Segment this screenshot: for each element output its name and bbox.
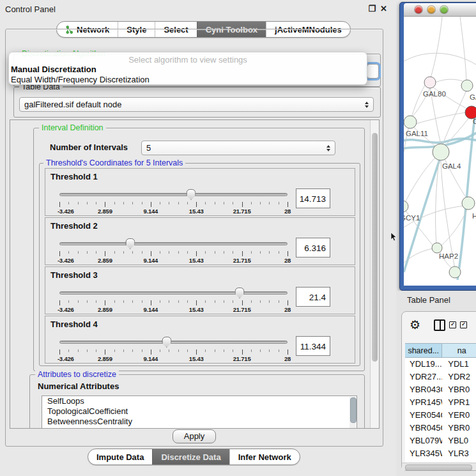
cell-shared-name[interactable]: YLR345W xyxy=(405,447,442,460)
cell-shared-name[interactable]: YBR045C xyxy=(405,422,442,434)
network-edge[interactable] xyxy=(460,17,466,81)
network-edge[interactable] xyxy=(404,157,436,205)
slider-track[interactable] xyxy=(59,242,288,245)
threshold-label: Threshold 2 xyxy=(50,221,98,231)
table-row[interactable]: YBL079WYBL0 xyxy=(405,434,476,447)
network-canvas[interactable]: GAL80GACGAL11GAL4HGCY1HAP2 xyxy=(404,17,476,286)
vertical-scrollbar[interactable] xyxy=(370,120,379,428)
network-view-window[interactable]: GAL80GACGAL11GAL4HGCY1HAP2 xyxy=(399,2,476,291)
network-node[interactable] xyxy=(465,106,476,119)
network-node[interactable] xyxy=(404,116,417,128)
tick-mark xyxy=(68,251,69,254)
table-row[interactable]: YER054CYER0 xyxy=(405,409,476,422)
table-panel: Table Panel ⚙ ✓ ✓ shared... na YDL19...Y… xyxy=(396,291,476,476)
threshold-value-field[interactable]: 11.344 xyxy=(296,336,330,356)
network-edge[interactable] xyxy=(415,112,466,124)
attributes-listbox[interactable]: SelfLoopsTopologicalCoefficientBetweenne… xyxy=(42,395,357,429)
cell-name[interactable]: YBR0 xyxy=(442,383,476,396)
column-header-shared-name[interactable]: shared... xyxy=(405,344,442,357)
network-edge[interactable] xyxy=(443,91,466,144)
cell-shared-name[interactable]: YPR145W xyxy=(405,396,442,409)
network-node[interactable] xyxy=(433,144,449,160)
network-window-titlebar[interactable] xyxy=(404,3,476,17)
dropdown-option-manual-discretization[interactable]: Manual Discretization xyxy=(9,65,367,75)
slider-track[interactable] xyxy=(59,193,288,196)
threshold-slider[interactable]: -3.4262.8599.14415.4321.71528 xyxy=(59,238,288,264)
network-node[interactable] xyxy=(462,197,475,210)
select-all-checkbox-icon[interactable]: ✓ xyxy=(449,321,456,328)
tick-mark xyxy=(205,251,206,254)
tick-mark xyxy=(224,349,224,352)
network-edge[interactable] xyxy=(431,17,442,78)
dropdown-option-equal-width-frequency-discretization[interactable]: Equal Width/Frequency Discretization xyxy=(9,75,367,85)
float-window-icon[interactable]: ❐ xyxy=(368,4,376,13)
threshold-value-field[interactable]: 14.713 xyxy=(296,188,330,208)
network-node[interactable] xyxy=(432,243,442,253)
tick-mark xyxy=(123,251,124,254)
close-traffic-light-icon[interactable] xyxy=(415,6,422,13)
attribute-item-betweennesscentrality[interactable]: BetweennessCentrality xyxy=(42,417,357,427)
zoom-traffic-light-icon[interactable] xyxy=(440,6,448,13)
threshold-slider[interactable]: -3.4262.8599.14415.4321.71528 xyxy=(59,288,288,313)
threshold-slider[interactable]: -3.4262.8599.14415.4321.71528 xyxy=(59,337,288,362)
tab-discretize-data[interactable]: Discretize Data xyxy=(152,449,229,464)
split-columns-icon[interactable] xyxy=(434,319,445,331)
threshold-value-field[interactable]: 21.4 xyxy=(296,287,330,307)
attribute-item-topologicalcoefficient[interactable]: TopologicalCoefficient xyxy=(42,406,357,417)
horizontal-scrollbar[interactable] xyxy=(402,463,476,470)
list-scrollbar[interactable] xyxy=(349,397,356,429)
cell-name[interactable]: YER0 xyxy=(442,409,476,422)
table-row[interactable]: YLR345WYLR3 xyxy=(405,447,476,460)
tick-mark xyxy=(132,349,133,352)
cell-name[interactable]: YDR2 xyxy=(442,371,476,383)
cell-name[interactable]: YBR0 xyxy=(442,422,476,434)
slider-thumb[interactable] xyxy=(162,337,171,348)
algorithm-combobox[interactable] xyxy=(367,64,379,79)
horizontal-scrollbar-thumb[interactable] xyxy=(405,464,472,471)
cell-shared-name[interactable]: YBR043C xyxy=(405,383,442,396)
apply-button[interactable]: Apply xyxy=(173,429,217,443)
minimize-traffic-light-icon[interactable] xyxy=(427,6,435,13)
threshold-slider[interactable]: -3.4262.8599.14415.4321.71528 xyxy=(59,189,288,215)
table-data-combobox[interactable]: galFiltered.sif default node xyxy=(19,97,374,112)
table-row[interactable]: YBR043CYBR0 xyxy=(405,383,476,396)
table-row[interactable]: YPR145WYPR1 xyxy=(405,396,476,409)
table-row[interactable]: YDL19...YDL1 xyxy=(405,358,476,371)
table-row[interactable]: YDR27...YDR2 xyxy=(405,371,476,383)
tab-impute-data[interactable]: Impute Data xyxy=(88,449,152,464)
slider-thumb[interactable] xyxy=(235,288,245,298)
settings-gear-icon[interactable]: ⚙ xyxy=(410,319,420,331)
cell-name[interactable]: YDL1 xyxy=(442,358,476,371)
cell-name[interactable]: YLR3 xyxy=(442,447,476,460)
network-node[interactable] xyxy=(424,77,436,88)
network-node[interactable] xyxy=(404,201,408,212)
threshold-value-field[interactable]: 6.316 xyxy=(296,238,330,257)
slider-thumb[interactable] xyxy=(186,189,196,200)
tick-mark xyxy=(269,202,270,204)
column-header-name[interactable]: na xyxy=(442,344,476,357)
slider-track[interactable] xyxy=(59,341,288,344)
tick-mark xyxy=(187,202,188,204)
attribute-item-selfloops[interactable]: SelfLoops xyxy=(42,396,357,406)
close-icon[interactable]: ✕ xyxy=(380,4,387,13)
cell-shared-name[interactable]: YDL19... xyxy=(405,358,442,371)
select-none-checkbox-icon[interactable]: ✓ xyxy=(460,321,467,328)
network-node[interactable] xyxy=(449,266,461,278)
table-row[interactable]: YBR045CYBR0 xyxy=(405,422,476,434)
slider-thumb[interactable] xyxy=(125,238,135,249)
tab-infer-network[interactable]: Infer Network xyxy=(229,449,300,464)
cell-name[interactable]: YBL0 xyxy=(442,434,476,447)
dropdown-prompt: Select algorithm to view settings xyxy=(9,55,367,65)
tick-mark xyxy=(114,349,115,352)
scale-label: 2.859 xyxy=(98,306,112,313)
cell-shared-name[interactable]: YBL079W xyxy=(405,434,442,447)
cell-shared-name[interactable]: YER054C xyxy=(405,409,442,422)
vertical-scrollbar-thumb[interactable] xyxy=(372,133,378,362)
slider-track[interactable] xyxy=(59,291,288,295)
network-node[interactable] xyxy=(461,80,473,91)
cell-name[interactable]: YPR1 xyxy=(442,396,476,409)
list-scrollbar-thumb[interactable] xyxy=(350,397,357,423)
number-of-intervals-combobox[interactable]: 5 xyxy=(141,141,335,155)
dropdown-options: Manual DiscretizationEqual Width/Frequen… xyxy=(9,65,367,85)
cell-shared-name[interactable]: YDR27... xyxy=(405,371,442,383)
